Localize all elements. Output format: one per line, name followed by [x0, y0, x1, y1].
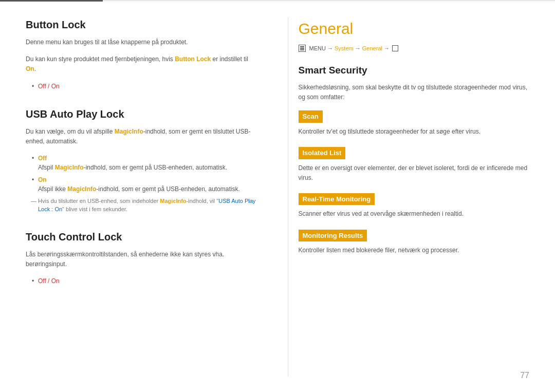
bullet-on: On Afspil ikke MagicInfo-indhold, som er…: [32, 175, 257, 194]
scan-description: Kontroller tv'et og tilsluttede storagee…: [299, 127, 530, 137]
scan-feature: Scan Kontroller tv'et og tilsluttede sto…: [299, 110, 530, 137]
touch-control-bullets: Off / On: [26, 276, 257, 286]
realtime-monitoring-description: Scanner efter virus ved at overvåge skær…: [299, 209, 530, 219]
isolated-list-description: Dette er en oversigt over elementer, der…: [299, 163, 530, 183]
main-content: Button Lock Denne menu kan bruges til at…: [0, 2, 555, 392]
monitoring-results-label: Monitoring Results: [299, 230, 367, 242]
usb-lock-link: USB Auto Play Lock : On: [38, 198, 255, 213]
smart-security-body: Sikkerhedsløsning, som skal beskytte dit…: [299, 83, 530, 102]
off-desc: Afspil MagicInfo-indhold, som er gemt på…: [38, 164, 227, 171]
general-link: General: [362, 45, 382, 51]
usb-autoplay-title: USB Auto Play Lock: [26, 106, 257, 122]
isolated-list-label: Isolated List: [299, 147, 346, 159]
on-link: On: [26, 65, 34, 72]
on-desc: Afspil ikke MagicInfo-indhold, som er ge…: [38, 185, 240, 193]
usb-autoplay-section: USB Auto Play Lock Du kan vælge, om du v…: [26, 106, 257, 214]
button-lock-link: Button Lock: [175, 55, 211, 63]
system-link: System: [335, 45, 354, 51]
usb-autoplay-bullets: Off Afspil MagicInfo-indhold, som er gem…: [26, 154, 257, 194]
smart-security-title: Smart Security: [299, 63, 530, 78]
page-container: Button Lock Denne menu kan bruges til at…: [0, 0, 555, 392]
bullet-item: Off / On: [32, 82, 257, 91]
touch-control-title: Touch Control Lock: [26, 229, 257, 245]
magicinfo-link-2: MagicInfo: [55, 164, 84, 171]
monitoring-results-description: Kontroller listen med blokerede filer, n…: [299, 246, 530, 255]
bullet-off: Off Afspil MagicInfo-indhold, som er gem…: [32, 154, 257, 172]
menu-icon: [299, 45, 306, 52]
touch-control-section: Touch Control Lock Lås berøringsskærmkon…: [26, 229, 257, 286]
button-lock-bullets: Off / On: [26, 82, 257, 91]
left-column: Button Lock Denne menu kan bruges til at…: [26, 17, 257, 377]
button-lock-body: Denne menu kan bruges til at låse knappe…: [26, 38, 257, 47]
right-column: General MENU → System → General → Smart …: [288, 17, 530, 377]
scan-label: Scan: [299, 110, 323, 123]
bullet-item: Off / On: [32, 276, 257, 286]
usb-autoplay-note: Hvis du tilslutter en USB-enhed, som ind…: [26, 197, 257, 214]
realtime-monitoring-label: Real-Time Monitoring: [299, 193, 375, 206]
general-title: General: [299, 17, 530, 40]
button-lock-section: Button Lock Denne menu kan bruges til at…: [26, 17, 257, 91]
page-number: 77: [520, 369, 529, 382]
off-on-label-2: Off / On: [38, 277, 60, 285]
menu-text: MENU → System → General →: [309, 44, 390, 53]
copy-icon: [392, 45, 398, 51]
menu-path: MENU → System → General →: [299, 44, 530, 53]
smart-security-section: Smart Security Sikkerhedsløsning, som sk…: [299, 63, 530, 256]
monitoring-results-feature: Monitoring Results Kontroller listen med…: [299, 230, 530, 256]
on-label: On: [38, 176, 47, 183]
button-lock-title: Button Lock: [26, 17, 257, 32]
magicinfo-link-4: MagicInfo: [160, 198, 186, 204]
usb-autoplay-body: Du kan vælge, om du vil afspille MagicIn…: [26, 127, 257, 146]
divider-light: [103, 1, 555, 1]
off-on-label: Off / On: [38, 83, 60, 90]
touch-control-body: Lås berøringsskærmkontroltilstanden, så …: [26, 250, 257, 269]
magicinfo-link-3: MagicInfo: [67, 185, 96, 193]
realtime-monitoring-feature: Real-Time Monitoring Scanner efter virus…: [299, 193, 530, 219]
button-lock-note: Du kan kun styre produktet med fjernbetj…: [26, 54, 257, 74]
off-label: Off: [38, 155, 47, 162]
magicinfo-link-1: MagicInfo: [115, 128, 143, 135]
isolated-list-feature: Isolated List Dette er en oversigt over …: [299, 147, 530, 183]
